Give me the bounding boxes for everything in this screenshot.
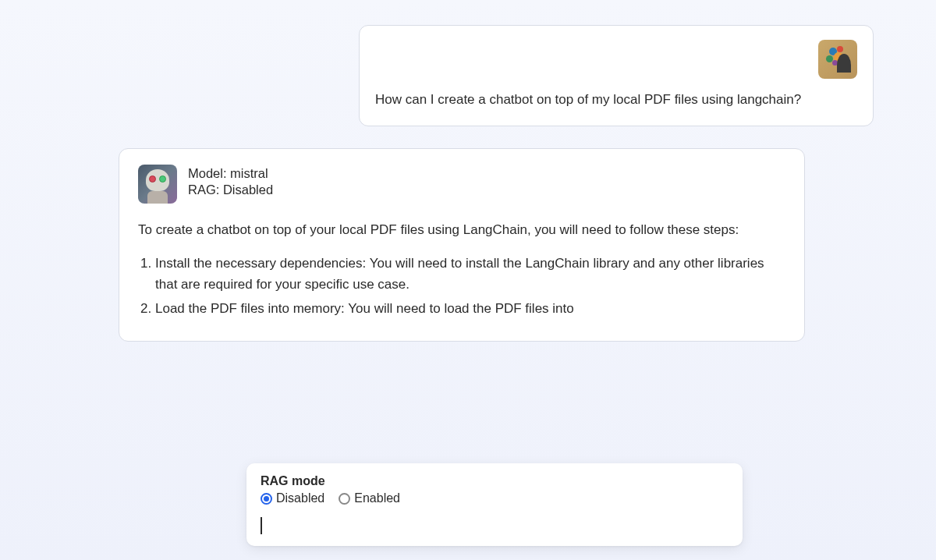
assistant-steps-list: Install the necessary dependencies: You … (138, 253, 785, 320)
user-avatar-row (375, 40, 857, 79)
input-panel: RAG mode Disabled Enabled (246, 463, 743, 546)
list-item: Load the PDF files into memory: You will… (155, 298, 785, 319)
assistant-meta: Model: mistral RAG: Disabled (188, 165, 273, 197)
message-input[interactable] (261, 515, 729, 537)
rag-disabled-radio[interactable]: Disabled (261, 491, 324, 505)
rag-mode-label: RAG mode (261, 474, 729, 488)
user-avatar-icon (818, 40, 857, 79)
assistant-header: Model: mistral RAG: Disabled (138, 165, 785, 204)
radio-label: Disabled (276, 491, 324, 505)
user-message: How can I create a chatbot on top of my … (359, 25, 874, 126)
message-input-field[interactable] (262, 515, 729, 537)
list-item: Install the necessary dependencies: You … (155, 253, 785, 295)
rag-enabled-radio[interactable]: Enabled (339, 491, 400, 505)
assistant-body: To create a chatbot on top of your local… (138, 219, 785, 320)
user-message-text: How can I create a chatbot on top of my … (375, 90, 857, 110)
chat-container: How can I create a chatbot on top of my … (0, 0, 936, 357)
assistant-message: Model: mistral RAG: Disabled To create a… (119, 148, 805, 342)
radio-label: Enabled (354, 491, 400, 505)
radio-selected-icon (261, 493, 272, 505)
assistant-avatar-icon (138, 165, 177, 204)
radio-unselected-icon (339, 493, 350, 505)
rag-status-label: RAG: Disabled (188, 183, 273, 197)
rag-mode-radio-group: Disabled Enabled (261, 491, 729, 505)
assistant-intro-text: To create a chatbot on top of your local… (138, 219, 785, 240)
model-label: Model: mistral (188, 166, 273, 181)
